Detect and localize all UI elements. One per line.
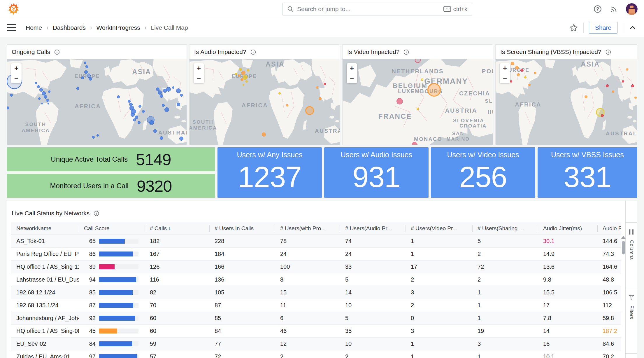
map-data-marker[interactable]	[235, 73, 237, 75]
map-canvas[interactable]: +−NETHERLANDSPOLGERMANYBELGIUMLUXEMBOURG…	[343, 59, 493, 145]
column-header[interactable]: NetworkName	[11, 222, 79, 235]
zoom-in-button[interactable]: +	[194, 63, 204, 73]
map-data-marker[interactable]	[176, 88, 181, 93]
map-data-marker[interactable]	[247, 69, 249, 71]
map-data-marker[interactable]	[612, 90, 614, 93]
map-data-marker[interactable]	[528, 84, 531, 86]
map-data-marker[interactable]	[166, 87, 171, 92]
map-data-marker[interactable]	[153, 129, 157, 133]
map-data-marker[interactable]	[305, 106, 314, 115]
map-data-marker[interactable]	[89, 77, 92, 81]
info-icon[interactable]	[250, 49, 256, 55]
scroll-up-button[interactable]	[621, 236, 625, 239]
map-canvas[interactable]: +−EUROPEASIAAFRICASOUTH AMERICAAUSTRAL	[7, 59, 187, 145]
map-data-marker[interactable]	[517, 73, 520, 76]
map-data-marker[interactable]	[37, 85, 40, 88]
map-data-marker[interactable]	[319, 97, 322, 100]
map-data-marker[interactable]	[38, 97, 41, 100]
map-data-marker[interactable]	[634, 97, 637, 99]
zoom-out-button[interactable]: −	[500, 73, 510, 83]
map-data-marker[interactable]	[128, 100, 131, 103]
map-data-marker[interactable]	[241, 71, 245, 75]
menu-toggle-button[interactable]	[7, 24, 16, 31]
map-data-marker[interactable]	[622, 80, 624, 83]
map-data-marker[interactable]	[179, 137, 183, 141]
map-data-marker[interactable]	[520, 69, 523, 72]
help-button[interactable]	[593, 5, 602, 13]
map-data-marker[interactable]	[85, 65, 88, 68]
map-data-marker[interactable]	[238, 74, 240, 77]
map-data-marker[interactable]	[39, 88, 43, 92]
column-header[interactable]: # Users(with Pro...	[275, 222, 340, 235]
map-data-marker[interactable]	[138, 105, 141, 108]
map-data-marker[interactable]	[142, 110, 145, 113]
zoom-in-button[interactable]: +	[500, 63, 510, 73]
map-data-marker[interactable]	[84, 62, 86, 64]
map-data-marker[interactable]	[81, 76, 84, 79]
map-data-marker[interactable]	[243, 75, 248, 80]
scroll-thumb[interactable]	[622, 241, 625, 254]
map-data-marker[interactable]	[117, 95, 120, 98]
column-header[interactable]: Audio RTT	[597, 222, 621, 235]
map-data-marker[interactable]	[262, 132, 266, 137]
column-header[interactable]: # Users(Sharing ...	[472, 222, 538, 235]
user-avatar[interactable]	[626, 3, 638, 15]
map-data-marker[interactable]	[133, 118, 136, 121]
zoom-out-button[interactable]: −	[11, 73, 22, 83]
favorite-button[interactable]	[569, 23, 578, 32]
map-data-marker[interactable]	[138, 121, 141, 124]
breadcrumb-item[interactable]: Live Call Map	[151, 24, 188, 31]
map-data-marker[interactable]	[177, 103, 180, 106]
breadcrumb-item[interactable]: WorkInProgress	[96, 24, 140, 31]
map-data-marker[interactable]	[511, 62, 514, 65]
zoom-in-button[interactable]: +	[347, 63, 357, 73]
map-data-marker[interactable]	[46, 99, 49, 102]
map-data-marker[interactable]	[162, 104, 165, 107]
breadcrumb-item[interactable]: Dashboards	[53, 24, 86, 31]
news-button[interactable]	[610, 5, 618, 13]
map-data-marker[interactable]	[48, 103, 49, 104]
map-data-marker[interactable]	[515, 66, 519, 69]
map-data-marker[interactable]	[92, 136, 95, 139]
zoom-out-button[interactable]: −	[194, 73, 204, 83]
share-button[interactable]: Share	[589, 22, 617, 34]
map-data-marker[interactable]	[316, 86, 318, 89]
column-header[interactable]: Call Score	[79, 222, 145, 235]
map-data-marker[interactable]	[48, 90, 50, 93]
map-canvas[interactable]: +−EUROPEASIAAFRICASOUTH AMERICAAUSTRAL	[189, 59, 340, 145]
collapse-button[interactable]	[628, 23, 637, 32]
info-icon[interactable]	[94, 211, 99, 216]
info-icon[interactable]	[606, 49, 611, 55]
map-data-marker[interactable]	[149, 120, 154, 125]
search-input[interactable]: Search or jump to... ctrl+k	[282, 3, 472, 15]
map-data-marker[interactable]	[76, 87, 79, 90]
map-data-marker[interactable]	[417, 108, 419, 110]
map-data-marker[interactable]	[41, 103, 43, 104]
column-header[interactable]: # Users In Calls	[209, 222, 275, 235]
map-data-marker[interactable]	[601, 114, 604, 117]
map-data-marker[interactable]	[35, 82, 37, 84]
map-data-marker[interactable]	[534, 72, 536, 74]
column-header[interactable]: # Calls ↓	[145, 222, 209, 235]
map-data-marker[interactable]	[245, 80, 248, 83]
table-tool-filters[interactable]: Filters	[626, 288, 637, 354]
map-data-marker[interactable]	[286, 104, 288, 106]
column-header[interactable]: # Users(Audio Pr...	[340, 222, 406, 235]
map-data-marker[interactable]	[243, 84, 244, 86]
breadcrumb-item[interactable]: Home	[26, 24, 42, 31]
map-data-marker[interactable]	[131, 113, 135, 117]
map-data-marker[interactable]	[239, 68, 242, 71]
map-data-marker[interactable]	[172, 86, 174, 89]
map-data-marker[interactable]	[631, 84, 634, 87]
map-data-marker[interactable]	[10, 94, 13, 97]
info-icon[interactable]	[403, 49, 409, 55]
map-data-marker[interactable]	[606, 84, 609, 87]
map-data-marker[interactable]	[510, 80, 512, 83]
map-data-marker[interactable]	[324, 83, 326, 85]
map-data-marker[interactable]	[427, 83, 441, 97]
map-data-marker[interactable]	[180, 94, 183, 97]
map-canvas[interactable]: +−EUROPEASIAAFRICAAUSTRAL	[496, 59, 637, 145]
zoom-in-button[interactable]: +	[11, 63, 22, 73]
map-data-marker[interactable]	[84, 70, 88, 74]
column-header[interactable]: Audio Jitter(ms)	[538, 222, 597, 235]
